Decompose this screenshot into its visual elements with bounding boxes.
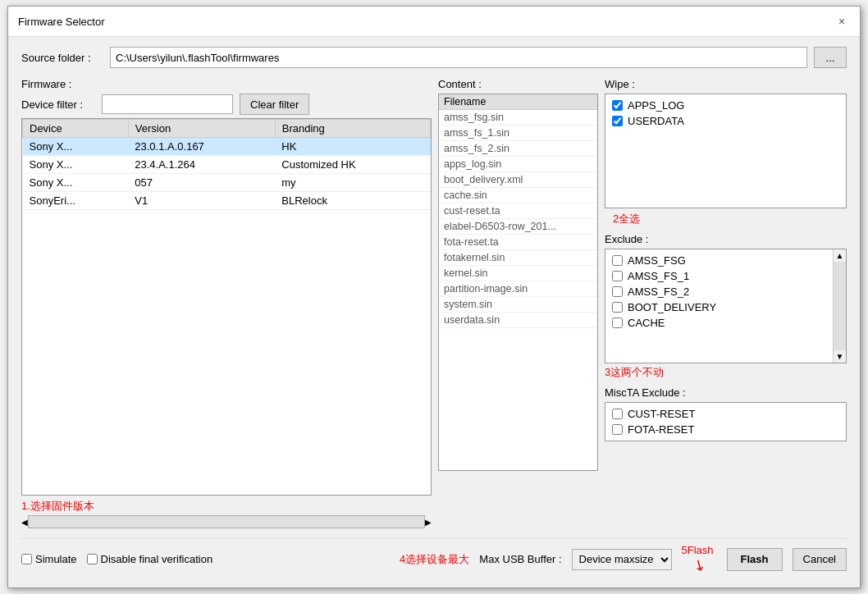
- content-col-header: Filename: [439, 94, 597, 110]
- firmware-cell-version: V1: [128, 192, 275, 210]
- exclude-scroll-up[interactable]: ▲: [834, 249, 846, 262]
- firmware-cell-device: Sony X...: [23, 138, 129, 156]
- content-list: Filenameamss_fsg.sinamss_fs_1.sinamss_fs…: [439, 94, 597, 328]
- firmware-cell-branding: Customized HK: [275, 156, 430, 174]
- firmware-table-container: Device Version Branding Sony X...23.0.1.…: [21, 118, 432, 496]
- miscta-item-label: FOTA-RESET: [628, 423, 694, 436]
- miscta-checkbox[interactable]: [612, 424, 623, 435]
- content-list-item[interactable]: amss_fs_1.sin: [439, 126, 597, 141]
- flash-button[interactable]: Flash: [727, 548, 783, 571]
- wipe-box: APPS_LOGUSERDATA: [605, 94, 847, 208]
- wipe-checkbox[interactable]: [612, 116, 623, 126]
- content-list-item[interactable]: cache.sin: [439, 188, 597, 203]
- exclude-item-label: CACHE: [628, 317, 665, 329]
- usb-label: Max USB Buffer :: [479, 553, 561, 565]
- filter-label: Device filter :: [21, 98, 95, 111]
- firmware-panel: Firmware : Device filter : Clear filter …: [21, 78, 432, 528]
- exclude-checkbox[interactable]: [612, 286, 623, 297]
- firmware-cell-version: 23.0.1.A.0.167: [128, 138, 275, 156]
- content-label: Content :: [438, 78, 598, 90]
- firmware-table-row[interactable]: Sony X...23.4.A.1.264Customized HK: [23, 156, 431, 174]
- wipe-checkbox-row[interactable]: APPS_LOG: [609, 98, 843, 113]
- source-input[interactable]: [110, 47, 807, 68]
- content-list-item[interactable]: amss_fsg.sin: [439, 110, 597, 126]
- firmware-cell-device: Sony X...: [23, 156, 129, 174]
- content-list-item[interactable]: fotakernel.sin: [439, 250, 597, 266]
- content-list-item[interactable]: fota-reset.ta: [439, 235, 597, 250]
- scroll-left-arrow[interactable]: ◀: [21, 518, 28, 527]
- simulate-label: Simulate: [35, 553, 77, 565]
- wipe-item-label: APPS_LOG: [628, 99, 684, 112]
- device-filter-input[interactable]: [102, 94, 233, 114]
- wipe-panel: Wipe : APPS_LOGUSERDATA 2全选 Exclude : AM…: [605, 78, 847, 528]
- cancel-button[interactable]: Cancel: [793, 548, 847, 571]
- exclude-scroll-down[interactable]: ▼: [834, 350, 846, 363]
- firmware-label: Firmware :: [21, 78, 71, 90]
- miscta-item-label: CUST-RESET: [628, 408, 695, 420]
- wipe-checkbox-row[interactable]: USERDATA: [609, 113, 843, 129]
- firmware-cell-device: SonyEri...: [23, 192, 129, 210]
- firmware-table-row[interactable]: Sony X...057my: [23, 174, 431, 192]
- content-list-item[interactable]: userdata.sin: [439, 313, 597, 328]
- miscta-checkbox-row[interactable]: FOTA-RESET: [609, 422, 843, 437]
- firmware-table: Device Version Branding Sony X...23.0.1.…: [22, 119, 431, 210]
- content-list-item[interactable]: amss_fs_2.sin: [439, 141, 597, 157]
- source-label: Source folder :: [21, 52, 103, 64]
- miscta-checkbox-row[interactable]: CUST-RESET: [609, 406, 843, 422]
- verify-checkbox[interactable]: [87, 554, 98, 564]
- content-list-item[interactable]: boot_delivery.xml: [439, 172, 597, 188]
- col-header-version: Version: [128, 120, 275, 138]
- browse-button[interactable]: ...: [814, 47, 847, 68]
- exclude-item-label: AMSS_FS_2: [628, 286, 689, 298]
- content-list-item[interactable]: apps_log.sin: [439, 157, 597, 172]
- verify-label: Disable final verification: [101, 553, 213, 565]
- h-scrollbar[interactable]: ◀ ▶: [21, 515, 432, 528]
- exclude-checkbox[interactable]: [612, 271, 623, 281]
- wipe-item-label: USERDATA: [628, 115, 684, 127]
- exclude-scrollbar[interactable]: ▲ ▼: [833, 249, 846, 363]
- content-list-item[interactable]: partition-image.sin: [439, 281, 597, 297]
- firmware-cell-device: Sony X...: [23, 174, 129, 192]
- close-button[interactable]: ×: [834, 13, 850, 30]
- content-list-item[interactable]: elabel-D6503-row_201...: [439, 219, 597, 235]
- content-list-item[interactable]: system.sin: [439, 297, 597, 313]
- exclude-checkbox-row[interactable]: AMSS_FS_2: [609, 284, 843, 299]
- col-header-device: Device: [23, 120, 129, 138]
- clear-filter-button[interactable]: Clear filter: [240, 94, 309, 115]
- firmware-table-row[interactable]: Sony X...23.0.1.A.0.167HK: [23, 138, 431, 156]
- main-area: Firmware : Device filter : Clear filter …: [21, 78, 847, 528]
- dialog-body: Source folder : ... Firmware : Device fi…: [8, 37, 860, 587]
- col-header-branding: Branding: [275, 120, 430, 138]
- exclude-checkbox[interactable]: [612, 318, 623, 328]
- wipe-label: Wipe :: [605, 78, 847, 90]
- exclude-annotation-row: 3这两个不动: [605, 365, 847, 380]
- content-panel: Content : Filenameamss_fsg.sinamss_fs_1.…: [438, 78, 598, 528]
- exclude-checkbox-row[interactable]: CACHE: [609, 315, 843, 331]
- exclude-checkbox-row[interactable]: AMSS_FSG: [609, 253, 843, 268]
- dialog-title: Firmware Selector: [18, 16, 104, 28]
- annotation-4: 4选择设备最大: [400, 552, 469, 567]
- verify-checkbox-row[interactable]: Disable final verification: [87, 553, 213, 565]
- exclude-checkbox-row[interactable]: BOOT_DELIVERY: [609, 299, 843, 315]
- title-bar: Firmware Selector ×: [8, 7, 860, 37]
- content-list-container: Filenameamss_fsg.sinamss_fs_1.sinamss_fs…: [438, 94, 598, 471]
- scroll-right-arrow[interactable]: ▶: [425, 518, 432, 527]
- firmware-cell-branding: my: [275, 174, 430, 192]
- simulate-checkbox-row[interactable]: Simulate: [21, 553, 77, 565]
- annotation-5-area: 5Flash ↘: [682, 544, 714, 574]
- miscta-checkbox[interactable]: [612, 409, 623, 419]
- firmware-table-row[interactable]: SonyEri...V1BLRelock: [23, 192, 431, 210]
- simulate-checkbox[interactable]: [21, 554, 32, 564]
- exclude-checkbox[interactable]: [612, 302, 623, 313]
- miscta-box: CUST-RESETFOTA-RESET: [605, 402, 847, 441]
- usb-select[interactable]: Device maxsize1MB2MB4MB: [572, 549, 672, 570]
- exclude-checkbox[interactable]: [612, 255, 623, 266]
- wipe-checkbox[interactable]: [612, 100, 623, 111]
- content-list-item[interactable]: kernel.sin: [439, 266, 597, 281]
- exclude-checkbox-row[interactable]: AMSS_FS_1: [609, 268, 843, 284]
- exclude-scroll-track[interactable]: [834, 262, 846, 350]
- h-scroll-track[interactable]: [28, 515, 425, 528]
- content-list-item[interactable]: cust-reset.ta: [439, 203, 597, 219]
- firmware-cell-version: 23.4.A.1.264: [128, 156, 275, 174]
- arrow-5-icon: ↘: [689, 555, 709, 577]
